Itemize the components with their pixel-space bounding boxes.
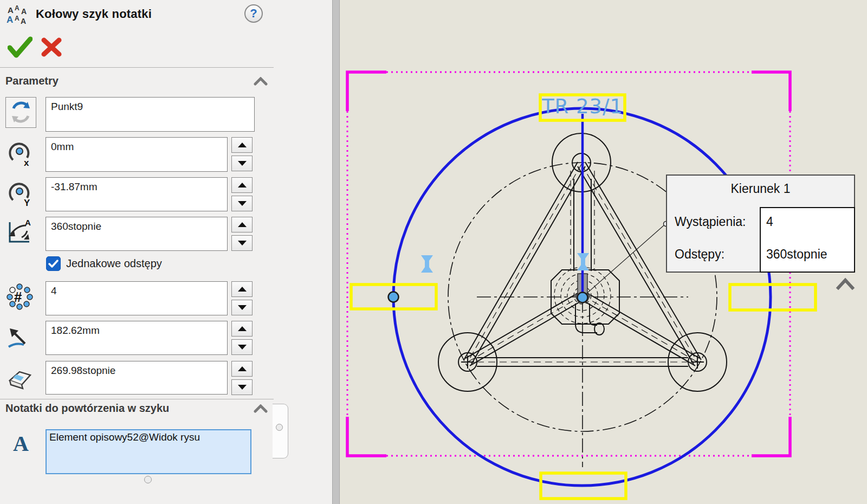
instance-count-icon: # [5, 282, 34, 311]
svg-text:A: A [21, 7, 27, 16]
spin-up-button[interactable] [231, 321, 253, 337]
property-manager-panel: A A A A A A Kołowy szyk notatki ? Parame… [0, 0, 332, 504]
instance-count-input[interactable]: 4 [46, 281, 228, 315]
divider [0, 399, 274, 399]
collapse-chevron-icon[interactable] [254, 404, 268, 413]
pattern-point-input[interactable]: Punkt9 [46, 97, 255, 132]
note-icon: A [12, 431, 34, 455]
panel-flyout-handle[interactable] [276, 424, 283, 431]
selected-note-item[interactable]: Element opisowy52@Widok rysu [49, 431, 200, 443]
equal-spacing-checkbox[interactable] [46, 256, 61, 271]
svg-text:A: A [15, 4, 20, 12]
spin-up-button[interactable] [231, 281, 253, 297]
tooltip-value-box [760, 207, 855, 273]
svg-text:Y: Y [24, 198, 30, 206]
arc-angle-icon [5, 362, 34, 390]
svg-text:A: A [25, 218, 31, 227]
svg-text:x: x [24, 158, 29, 166]
center-y-input[interactable]: -31.87mm [46, 177, 228, 211]
spin-down-button[interactable] [231, 379, 253, 395]
tooltip-value-instances: 4 [766, 215, 773, 229]
spin-down-button[interactable] [231, 196, 253, 211]
note-pattern-icon: A A A A A A [5, 3, 33, 29]
spin-up-button[interactable] [231, 177, 253, 193]
spin-up-button[interactable] [231, 361, 253, 377]
svg-text:A: A [8, 5, 14, 15]
center-y-icon: Y [5, 178, 34, 206]
ok-button[interactable] [8, 36, 33, 59]
svg-text:A: A [15, 15, 20, 22]
spin-up-button[interactable] [231, 217, 253, 232]
svg-text:#: # [14, 289, 22, 305]
help-button[interactable]: ? [244, 4, 263, 23]
tooltip-title: Kierunek 1 [667, 182, 854, 196]
center-x-input[interactable]: 0mm [46, 137, 228, 172]
notes-to-pattern-list[interactable]: Element opisowy52@Widok rysu [46, 429, 251, 474]
spin-down-button[interactable] [231, 156, 253, 171]
spin-down-button[interactable] [231, 300, 253, 315]
center-x-icon: x [5, 138, 34, 166]
divider [0, 67, 274, 68]
parameters-group-header[interactable]: Parametry [5, 75, 59, 87]
radius-input[interactable]: 182.62mm [46, 321, 228, 355]
notes-group-header[interactable]: Notatki do powtórzenia w szyku [5, 402, 169, 415]
radius-icon [5, 322, 34, 350]
svg-text:A: A [13, 431, 29, 455]
cancel-button[interactable] [41, 37, 62, 57]
panel-resize-handle[interactable] [144, 476, 152, 483]
reverse-direction-icon [6, 98, 36, 127]
direction-tooltip: Kierunek 1 Wystąpienia: 4 Odstępy: 360st… [666, 175, 855, 273]
check-icon [47, 257, 60, 270]
svg-text:A: A [7, 15, 13, 25]
collapse-chevron-icon[interactable] [254, 77, 268, 86]
tooltip-value-spacing: 360stopnie [766, 247, 827, 262]
total-angle-icon: A [5, 218, 34, 246]
arc-angle-input[interactable]: 269.98stopnie [46, 361, 228, 395]
spin-up-button[interactable] [231, 137, 253, 153]
svg-text:A: A [21, 17, 26, 25]
spin-down-button[interactable] [231, 339, 253, 355]
total-angle-input[interactable]: 360stopnie [46, 217, 228, 251]
panel-splitter[interactable] [332, 0, 340, 504]
reverse-direction-button[interactable] [5, 97, 36, 128]
spin-down-button[interactable] [231, 235, 253, 251]
equal-spacing-label: Jednakowe odstępy [66, 257, 162, 270]
tooltip-label-instances: Wystąpienia: [675, 215, 746, 229]
panel-flyout-tab[interactable] [273, 404, 288, 458]
panel-title: Kołowy szyk notatki [36, 7, 152, 21]
tooltip-label-spacing: Odstępy: [675, 247, 724, 262]
